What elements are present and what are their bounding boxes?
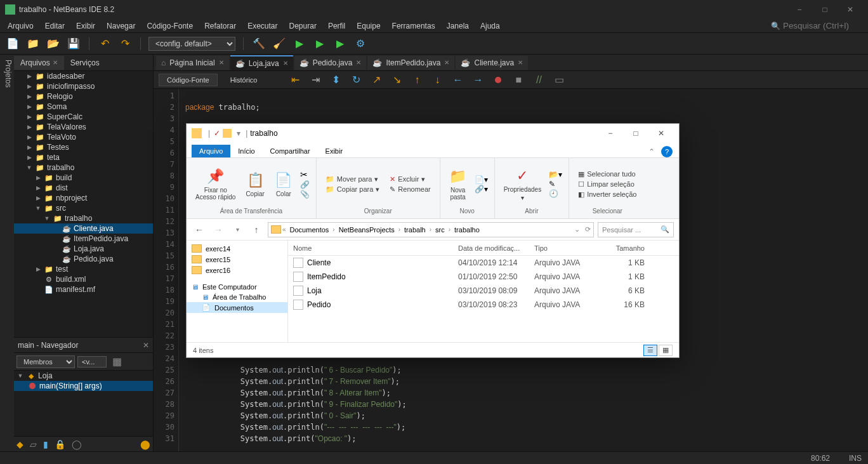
tree-node[interactable]: ☕Loja.java [14,244,153,254]
tree-node[interactable]: ▶📁TelaVoto [14,132,153,142]
twisty-icon[interactable]: ▶ [25,154,33,161]
search-input[interactable] [783,21,865,30]
tree-node[interactable]: ▶📁Soma [14,102,153,112]
menu-janela[interactable]: Janela [442,20,474,32]
minimize-button[interactable]: − [598,124,623,142]
nav-forward-button[interactable]: → [211,222,226,237]
move-to-button[interactable]: 📁Mover para ▾ [323,175,382,184]
history-icon[interactable]: 🕘 [549,189,562,198]
sidebar-item[interactable]: exerc14 [187,243,287,254]
menu-perfil[interactable]: Perfil [323,20,350,32]
twisty-icon[interactable]: ▶ [34,175,42,181]
details-view-button[interactable]: ☰ [643,345,657,356]
view-icon[interactable]: ▦ [109,354,124,369]
filter-icon[interactable]: 🔒 [55,439,65,449]
close-icon[interactable]: ✕ [143,341,149,350]
tree-node[interactable]: ▼📁trabalho [14,213,153,223]
copypath-icon[interactable]: 🔗 [300,180,310,189]
shortcut-icon[interactable]: 📎 [300,190,310,199]
class-node[interactable]: ▼ ◆ Loja [14,371,153,381]
filter-icon[interactable]: ⬤ [140,439,150,449]
refresh-icon[interactable]: ⟳ [585,225,591,234]
invert-selection-button[interactable]: ◧Inverter seleção [575,190,639,199]
nav-fwd-icon[interactable]: ⇥ [308,72,323,88]
file-row[interactable]: Pedido03/10/2019 08:23Arquivo JAVA16 KB [288,298,679,312]
settings-icon[interactable]: ⚙ [353,36,368,51]
twisty-icon[interactable]: ▶ [34,185,42,191]
source-button[interactable]: Código-Fonte [159,74,218,86]
editor-tab[interactable]: ☕Pedido.java✕ [294,56,367,70]
nav-back-icon[interactable]: ⇤ [287,72,303,88]
twisty-icon[interactable]: ▶ [25,103,33,110]
tree-node[interactable]: ▶📁test [14,264,153,274]
tab-inicio[interactable]: Início [230,145,262,157]
breadcrumb-seg[interactable]: Documentos [287,226,332,234]
stop-icon[interactable]: ■ [511,72,526,88]
properties-button[interactable]: ✓Propriedades▾ [501,166,544,202]
collapse-icon[interactable]: ⌃ [648,147,655,156]
maximize-button[interactable]: □ [812,0,838,19]
close-icon[interactable]: ✕ [53,59,58,66]
nav-up-button[interactable]: ↑ [249,222,264,237]
col-size[interactable]: Tamanho [605,244,650,252]
open-icon[interactable]: 📂 [46,36,61,51]
clear-selection-button[interactable]: ☐Limpar seleção [575,180,639,189]
sidebar-item[interactable]: 🖥Este Computador [187,282,287,292]
menu-codigo-fonte[interactable]: Código-Fonte [141,20,198,32]
collapse-icon[interactable]: ▼ [16,373,24,379]
tree-node[interactable]: ▼📁src [14,203,153,213]
tree-node[interactable]: ▶📁nbproject [14,193,153,203]
file-row[interactable]: Cliente04/10/2019 12:14Arquivo JAVA1 KB [288,256,679,270]
history-button[interactable]: Histórico [223,74,265,86]
easy-access-icon[interactable]: 🔗▾ [475,185,488,194]
file-row[interactable]: Loja03/10/2019 08:09Arquivo JAVA6 KB [288,284,679,298]
method-node[interactable]: main(String[] args) [14,381,153,391]
twisty-icon[interactable]: ▶ [34,266,42,272]
copy-to-button[interactable]: 📁Copiar para ▾ [323,185,382,194]
sidebar-item[interactable]: exerc15 [187,254,287,265]
refresh-icon[interactable]: ↻ [348,72,364,88]
close-icon[interactable]: ✕ [283,60,288,67]
sidebar-item[interactable]: 📄Documentos [187,302,287,313]
run-icon[interactable]: ▶ [292,36,307,51]
menu-navegar[interactable]: Navegar [102,20,140,32]
nav-back-button[interactable]: ← [192,222,207,237]
redo-icon[interactable]: ↷ [117,36,133,51]
tree-node[interactable]: ▶📁teta [14,152,153,162]
new-folder-button[interactable]: 📁Nova pasta [447,166,470,202]
tab-exibir[interactable]: Exibir [318,145,351,157]
undo-icon[interactable]: ↶ [97,36,112,51]
select-all-button[interactable]: ▦Selecionar tudo [575,169,639,179]
twisty-icon[interactable]: ▼ [34,205,42,211]
breadcrumb-seg[interactable]: NetBeansProjects [336,226,397,234]
menu-ajuda[interactable]: Ajuda [475,20,505,32]
file-row[interactable]: ItemPedido01/10/2019 22:50Arquivo JAVA1 … [288,270,679,284]
icons-view-button[interactable]: ▦ [659,345,673,356]
twisty-icon[interactable]: ▼ [43,215,51,222]
save-all-icon[interactable]: 💾 [66,36,81,51]
col-name[interactable]: Nome [288,244,453,252]
tree-node[interactable]: ☕ItemPedido.java [14,234,153,244]
dropdown-icon[interactable]: ▾ [237,129,240,138]
menu-executar[interactable]: Executar [242,20,282,32]
tree-node[interactable]: ▶📁SuperCalc [14,112,153,122]
col-date[interactable]: Data de modificaç... [453,244,529,252]
arrow-icon[interactable]: ↓ [430,72,445,88]
members-select[interactable]: Membros [16,355,75,368]
close-icon[interactable]: ✕ [219,59,224,66]
breadcrumb-seg[interactable]: trabalho [452,226,482,234]
twisty-icon[interactable]: ▶ [25,144,33,150]
go-to-icon[interactable]: ↘ [389,72,404,88]
record-icon[interactable] [490,72,506,88]
menu-depurar[interactable]: Depurar [284,20,322,32]
bookmark-icon[interactable]: ▭ [551,72,567,88]
tree-node[interactable]: 📄manifest.mf [14,284,153,295]
dropdown-icon[interactable]: ⌄ [574,225,580,234]
new-item-icon[interactable]: 📄▾ [475,175,488,184]
editor-tab[interactable]: ☕Loja.java✕ [230,55,293,70]
clean-build-icon[interactable]: 🧹 [272,36,287,51]
filter-dropdown[interactable]: <v... [77,356,107,368]
go-to-icon[interactable]: ↗ [369,72,384,88]
tree-node[interactable]: ▶📁TelaValores [14,122,153,132]
tree-node[interactable]: ▼📁trabalho [14,162,153,173]
